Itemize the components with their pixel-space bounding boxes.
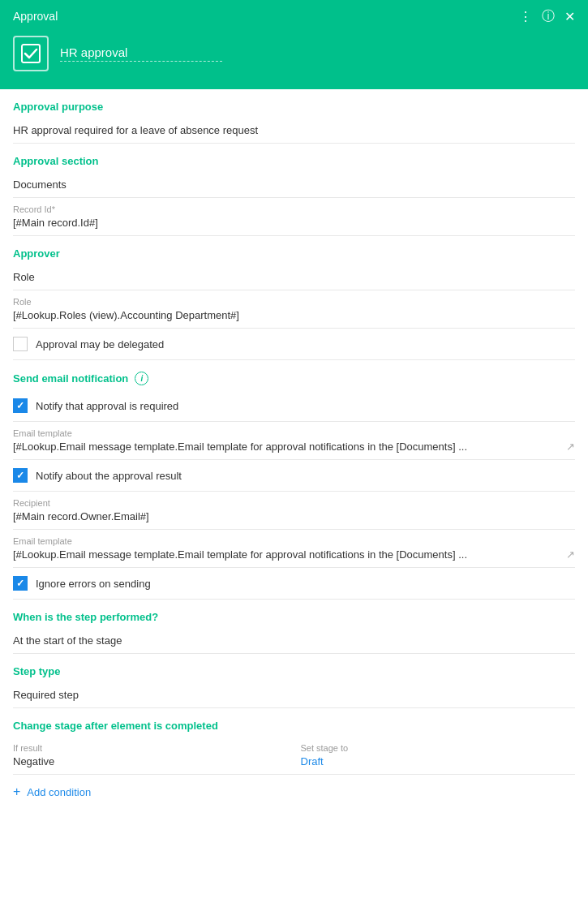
change-stage-conditions-row: If result Negative Set stage to Draft (13, 737, 575, 775)
add-condition-label: Add condition (27, 786, 91, 798)
more-icon[interactable]: ⋮ (519, 9, 532, 24)
approval-purpose-row: HR approval required for a leave of abse… (13, 118, 575, 144)
step-type-row: Required step (13, 682, 575, 708)
email-template2-row: Email template [#Lookup.Email message te… (13, 530, 575, 568)
approval-purpose-value: HR approval required for a leave of abse… (13, 124, 575, 136)
approval-purpose-header: Approval purpose (13, 89, 575, 118)
step-type-header: Step type (13, 654, 575, 682)
header-logo (13, 36, 49, 71)
if-result-value: Negative (13, 755, 288, 767)
record-id-row: Record Id* [#Main record.Id#] (13, 198, 575, 236)
notify-result-label: Notify about the approval result (36, 470, 182, 482)
add-icon: + (13, 785, 20, 799)
approval-section-value: Documents (13, 178, 575, 191)
notify-required-checkbox[interactable] (13, 398, 28, 413)
header: Approval ⋮ ⓘ ✕ HR approval (0, 0, 588, 89)
email-template2-value-row: [#Lookup.Email message template.Email te… (13, 548, 575, 561)
record-id-value: [#Main record.Id#] (13, 217, 575, 229)
set-stage-label: Set stage to (301, 743, 576, 753)
header-title: Approval (13, 10, 58, 23)
notify-result-row: Notify about the approval result (13, 460, 575, 492)
role-value: [#Lookup.Roles (view).Accounting Departm… (13, 309, 575, 321)
change-stage-two-col: If result Negative Set stage to Draft (13, 743, 575, 767)
approval-section-documents-row: Documents (13, 172, 575, 198)
ignore-errors-label: Ignore errors on sending (36, 578, 151, 590)
step-type-value: Required step (13, 689, 575, 701)
if-result-col: If result Negative (13, 743, 301, 767)
when-performed-value: At the start of the stage (13, 634, 575, 647)
approver-type-value: Role (13, 271, 575, 283)
email-template2-link-icon[interactable]: ↗︎ (566, 548, 575, 561)
when-performed-header: When is the step performed? (13, 600, 575, 628)
delegate-label: Approval may be delegated (36, 338, 164, 350)
email-template1-link-icon[interactable]: ↗︎ (566, 441, 575, 453)
approver-type-row: Role (13, 264, 575, 290)
set-stage-value: Draft (301, 755, 576, 767)
header-subtitle: HR approval (60, 45, 222, 62)
if-result-label: If result (13, 743, 288, 753)
role-label: Role (13, 297, 575, 307)
notify-required-row: Notify that approval is required (13, 390, 575, 422)
header-content: HR approval (13, 36, 575, 71)
email-template2-value: [#Lookup.Email message template.Email te… (13, 548, 467, 561)
recipient-row: Recipient [#Main record.Owner.Email#] (13, 492, 575, 530)
role-row: Role [#Lookup.Roles (view).Accounting De… (13, 290, 575, 329)
add-condition-row[interactable]: + Add condition (13, 775, 575, 809)
send-email-header: Send email notification (13, 372, 128, 385)
send-email-section-row: Send email notification i (13, 360, 575, 390)
info-icon[interactable]: ⓘ (542, 8, 555, 25)
send-email-info-icon[interactable]: i (135, 372, 148, 385)
email-template1-label: Email template (13, 428, 575, 438)
notify-result-checkbox[interactable] (13, 468, 28, 483)
recipient-label: Recipient (13, 498, 575, 508)
delegate-checkbox[interactable] (13, 337, 28, 351)
email-template2-label: Email template (13, 536, 575, 546)
email-template1-row: Email template [#Lookup.Email message te… (13, 422, 575, 460)
approval-section-header: Approval section (13, 144, 575, 172)
when-performed-row: At the start of the stage (13, 628, 575, 654)
close-icon[interactable]: ✕ (564, 9, 575, 24)
header-top: Approval ⋮ ⓘ ✕ (13, 0, 575, 32)
record-id-label: Record Id* (13, 204, 575, 214)
ignore-errors-row: Ignore errors on sending (13, 568, 575, 600)
email-template1-value-row: [#Lookup.Email message template.Email te… (13, 441, 575, 453)
change-stage-header: Change stage after element is completed (13, 708, 575, 737)
content: Approval purpose HR approval required fo… (0, 89, 588, 809)
ignore-errors-checkbox[interactable] (13, 576, 28, 591)
notify-required-label: Notify that approval is required (36, 400, 178, 412)
header-icons: ⋮ ⓘ ✕ (519, 8, 575, 25)
approver-header: Approver (13, 236, 575, 264)
set-stage-col: Set stage to Draft (301, 743, 576, 767)
recipient-value: [#Main record.Owner.Email#] (13, 510, 575, 522)
delegate-row: Approval may be delegated (13, 329, 575, 360)
email-template1-value: [#Lookup.Email message template.Email te… (13, 441, 467, 453)
